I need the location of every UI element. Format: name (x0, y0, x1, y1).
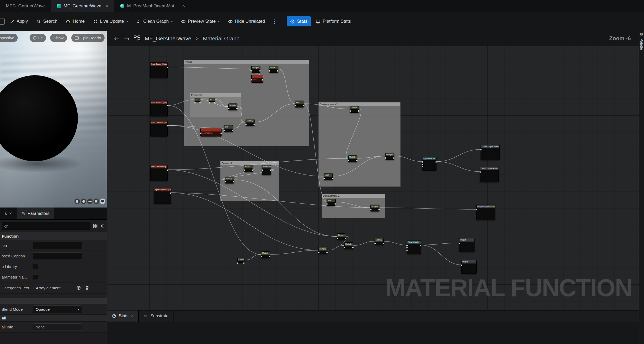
graph-node-mask[interactable]: Mask (324, 173, 333, 180)
graph-node-multiply[interactable]: Multiply (348, 155, 357, 162)
home-button[interactable]: Home (62, 16, 88, 26)
node-title: Constant (238, 258, 244, 261)
expose-to-library-checkbox[interactable] (33, 264, 38, 269)
detail-info-field[interactable]: None (33, 323, 82, 331)
parameter-name-checkbox[interactable] (33, 275, 38, 280)
description-field[interactable] (33, 242, 82, 249)
graph-node-add[interactable]: Add (295, 101, 304, 107)
graph-node-multiply[interactable]: Multiply (246, 119, 255, 126)
graph-node-input-steepness-scalar-[interactable]: Input Steepness (Scalar) (150, 165, 168, 181)
parameters-tab[interactable]: ✎ Parameters (17, 208, 54, 219)
graph-node-output[interactable]: Output (459, 238, 474, 252)
back-arrow-icon[interactable]: ← (114, 35, 120, 43)
graph-node-multiply[interactable]: Multiply (375, 238, 384, 245)
lit-label: Lit (38, 36, 43, 40)
graph-node-multiply[interactable]: Multiply (225, 177, 234, 183)
node-title: Multiply (246, 119, 254, 122)
section-header-detail[interactable]: ail (0, 315, 107, 322)
substrate-panel-tab[interactable]: Substrate (139, 310, 173, 322)
blend-mode-dropdown[interactable]: Opaque ▾ (33, 305, 82, 313)
perspective-button[interactable]: spective (0, 34, 18, 42)
add-element-icon[interactable]: ⊕ (76, 285, 81, 291)
graph-node-output-displacement[interactable]: Output Displacement (480, 167, 499, 182)
graph-node-appendvector[interactable]: AppendVector (407, 240, 421, 254)
exposed-caption-field[interactable] (33, 252, 82, 260)
graph-node-output[interactable]: Output (461, 260, 477, 274)
graph-node-time[interactable]: Time (251, 75, 263, 83)
tab-label: MF_GerstnerWave (64, 3, 101, 9)
graph-node-cosine[interactable]: Cosine (350, 106, 359, 113)
table-view-icon[interactable] (93, 224, 98, 228)
node-title: Multiply (252, 66, 260, 69)
platform-stats-button[interactable]: Platform Stats (312, 16, 354, 26)
overflow-menu-icon[interactable]: ⋮ (270, 18, 279, 25)
stats-button[interactable]: Stats (287, 16, 311, 26)
graph-node-output-displacement[interactable]: Output Displacement (481, 145, 500, 160)
trash-icon[interactable] (85, 286, 90, 290)
palette-sidebar[interactable]: Palette (639, 31, 644, 344)
graph-node-divide[interactable]: Divide (337, 233, 346, 240)
search-button[interactable]: Search (33, 16, 61, 26)
clipped-toolbar-icon[interactable] (0, 18, 5, 25)
show-button[interactable]: Show (50, 34, 67, 42)
graph-node-multiply[interactable]: Multiply (261, 251, 270, 258)
material-graph-canvas[interactable]: MATERIAL FUNCTION PhaseFrequencyDisplace… (107, 31, 644, 344)
close-icon[interactable]: × (106, 3, 109, 9)
sphere-shape-button[interactable] (81, 199, 86, 204)
layers-icon (143, 314, 148, 318)
details-search-input[interactable] (2, 222, 91, 230)
graph-node-divide[interactable]: Divide (269, 66, 278, 73)
graph-node-multiply[interactable]: Multiply (370, 205, 379, 211)
teapot-shape-button[interactable] (100, 199, 105, 204)
tab-mf-gerstnerwave[interactable]: MF_GerstnerWave × (51, 0, 114, 12)
tab-mpc-gertnerwave[interactable]: MPC_GertnerWave (0, 0, 51, 12)
environment-button[interactable]: Epic Heado (71, 34, 105, 42)
graph-node-input-wavelength-scalar-[interactable]: Input Wavelength (Scalar) (150, 101, 168, 116)
stats-tab-label: Stats (119, 314, 128, 318)
material-preview-viewport[interactable]: spective Lit Show Epic Heado (0, 31, 107, 208)
graph-node-normalize[interactable]: Normalize (262, 165, 271, 175)
hide-unrelated-button[interactable]: Hide Unrelated (225, 16, 268, 26)
section-header-function[interactable]: Function (0, 232, 107, 240)
collapsed-category-strip[interactable] (0, 298, 107, 304)
graph-node-multiply[interactable]: Multiply (385, 153, 394, 160)
close-icon[interactable]: × (9, 211, 12, 216)
clean-graph-button[interactable]: Clean Graph ▾ (133, 16, 176, 26)
live-update-button[interactable]: Live Update ▾ (90, 16, 131, 26)
graph-node-mask[interactable]: Mask (244, 165, 253, 172)
breadcrumb-graph-name[interactable]: Material Graph (203, 35, 239, 42)
graph-node-multiply[interactable]: Multiply (228, 103, 237, 110)
close-icon[interactable]: × (182, 3, 185, 9)
graph-node-appendvector[interactable]: AppendVector (422, 157, 436, 171)
graph-node-localposition[interactable]: LocalPosition (200, 128, 222, 136)
apply-button[interactable]: Apply (6, 16, 31, 26)
forward-arrow-icon[interactable]: → (124, 35, 129, 43)
graph-node-constant[interactable]: Constant (237, 258, 244, 263)
graph-node-multiply[interactable]: Multiply (318, 247, 327, 254)
gear-icon[interactable] (100, 224, 105, 228)
plane-shape-button[interactable] (87, 199, 93, 204)
node-title: AppendVector (407, 241, 421, 244)
graph-node-2[interactable]: 2 (195, 98, 200, 102)
graph-node-dot[interactable]: Dot (224, 125, 233, 132)
chevron-down-icon: ▾ (171, 20, 173, 23)
stats-panel-body (107, 322, 644, 344)
graph-node-input-direction-vector2-[interactable]: Input Direction (Vector2) (150, 121, 168, 136)
graph-node-input-amplitude-scalar-[interactable]: Input Amplitude (Scalar) (154, 188, 171, 204)
breadcrumb-asset-name[interactable]: MF_GerstnerWave (145, 35, 191, 42)
node-title: Output Displacement (477, 205, 495, 208)
preview-state-button[interactable]: Preview State ▾ (178, 16, 223, 26)
graph-node-input-speed-scalar-[interactable]: Input Speed (Scalar) (150, 62, 168, 78)
graph-node-multiply[interactable]: Multiply (251, 66, 260, 73)
details-tab[interactable]: s × (0, 208, 17, 219)
cylinder-shape-button[interactable] (74, 199, 80, 204)
graph-node-multiply[interactable]: Multiply (344, 242, 353, 249)
graph-node-pi[interactable]: Pi (209, 98, 215, 102)
close-icon[interactable]: × (131, 313, 134, 319)
cube-shape-button[interactable] (93, 199, 99, 204)
tab-m-procmeshoceanmat[interactable]: M_ProcMeshOceanMat... × (114, 0, 191, 12)
graph-node-output-displacement[interactable]: Output Displacement (476, 205, 495, 220)
lit-button[interactable]: Lit (30, 34, 46, 42)
stats-panel-tab[interactable]: Stats × (107, 310, 139, 322)
graph-node-sine[interactable]: Sine (327, 199, 336, 206)
